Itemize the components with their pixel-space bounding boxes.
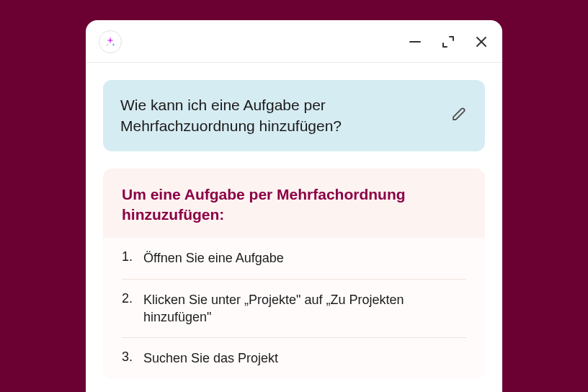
app-sparkle-icon: [99, 30, 122, 53]
question-card: Wie kann ich eine Aufgabe per Mehrfachzu…: [103, 80, 485, 151]
list-item: 1. Öffnen Sie eine Aufgabe: [122, 238, 466, 279]
step-text: Klicken Sie unter „Projekte" auf „Zu Pro…: [143, 291, 466, 326]
answer-steps-list: 1. Öffnen Sie eine Aufgabe 2. Klicken Si…: [103, 238, 485, 378]
step-text: Öffnen Sie eine Aufgabe: [143, 249, 284, 267]
minimize-icon[interactable]: [409, 35, 422, 48]
step-text: Suchen Sie das Projekt: [143, 349, 278, 367]
step-number: 2.: [122, 291, 136, 306]
question-text: Wie kann ich eine Aufgabe per Mehrfachzu…: [120, 94, 436, 137]
edit-icon[interactable]: [450, 105, 468, 125]
step-number: 3.: [122, 349, 136, 365]
expand-icon[interactable]: [442, 35, 455, 48]
list-item: 3. Suchen Sie das Projekt: [122, 338, 466, 378]
close-icon[interactable]: [475, 35, 488, 48]
assistant-window: Wie kann ich eine Aufgabe per Mehrfachzu…: [86, 20, 502, 392]
content-area: Wie kann ich eine Aufgabe per Mehrfachzu…: [86, 63, 502, 379]
list-item: 2. Klicken Sie unter „Projekte" auf „Zu …: [122, 280, 466, 339]
window-controls: [409, 35, 488, 48]
titlebar: [86, 20, 502, 63]
answer-title: Um eine Aufgabe per Mehrfachordnung hinz…: [103, 169, 485, 239]
step-number: 1.: [122, 249, 136, 264]
answer-card: Um eine Aufgabe per Mehrfachordnung hinz…: [103, 169, 485, 379]
